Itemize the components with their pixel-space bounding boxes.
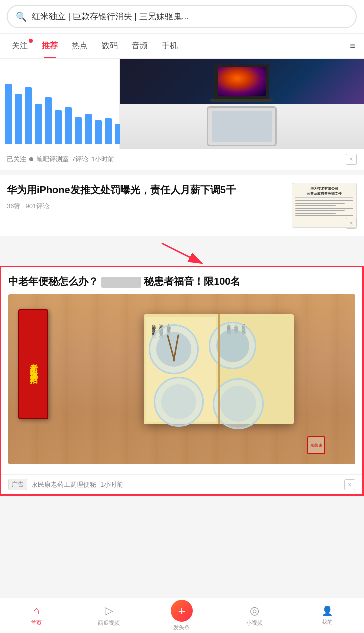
tab-shuma[interactable]: 数码 — [95, 34, 125, 58]
chopsticks-1 — [162, 337, 186, 362]
ad-close-button[interactable]: × — [344, 480, 356, 490]
bowl-3-inner — [162, 384, 196, 420]
book-spine — [218, 314, 220, 424]
bottom-nav-xigua[interactable]: ▷ 西瓜视频 — [73, 598, 146, 633]
bottom-nav-add[interactable]: + 发头条 — [146, 598, 218, 633]
bottom-nav-mine[interactable]: 👤 我的 — [291, 598, 364, 633]
article-close-button-1[interactable]: × — [346, 218, 357, 229]
book-container: 华为技术有限公司关于此 次发布内容经由专业人员 审核确认签署盖章 本草纲目便秘调… — [114, 314, 284, 434]
tab-shouji[interactable]: 手机 — [155, 34, 185, 58]
bowl-2-inner — [216, 330, 250, 362]
bottom-nav-home[interactable]: ⌂ 首页 — [0, 598, 73, 633]
banner-img-top — [120, 59, 364, 104]
ad-footer: 广告 永民康老药工调理便秘 1小时前 × — [2, 474, 362, 494]
ad-title-part2: 秘患者福音！限100名 — [144, 276, 240, 287]
xigua-icon: ▷ — [105, 604, 114, 618]
home-label: 首页 — [31, 620, 42, 627]
tab-tuijian[interactable]: 推荐 — [35, 34, 65, 58]
banner-meta-left: 已关注 笔吧评测室 7评论 1小时前 — [7, 155, 114, 164]
ad-card-content: 中老年便秘怎么办？ 秘患者福音！限100名 老药工便秘妙招 — [2, 268, 362, 474]
search-bar: 🔍 红米独立 | 巨款存银行消失 | 三兄妹驱鬼... — [0, 0, 364, 34]
svg-line-1 — [162, 244, 202, 264]
banner-images — [0, 59, 364, 149]
red-arrow-svg — [132, 241, 232, 266]
tablet-shape — [207, 106, 277, 146]
article-title-1: 华为用iPhone发推文处罚曝光，责任人月薪下调5千 — [7, 183, 286, 197]
banner-close-button[interactable]: × — [346, 154, 357, 165]
red-banner: 老药工便秘妙招 — [18, 310, 48, 420]
ad-tag-label: 广告 — [8, 479, 28, 490]
article-card-main: 华为用iPhone发推文处罚曝光，责任人月薪下调5千 36赞 901评论 — [7, 183, 286, 211]
bottom-nav-xiaovideo[interactable]: ◎ 小视频 — [218, 598, 292, 633]
mine-icon: 👤 — [322, 606, 333, 616]
chart-bar — [25, 88, 32, 144]
search-query-text: 红米独立 | 巨款存银行消失 | 三兄妹驱鬼... — [32, 11, 348, 22]
chopstick-1b — [173, 334, 180, 362]
ad-title-part1: 中老年便秘怎么办？ — [8, 276, 98, 287]
banner-comments: 7评论 — [72, 155, 88, 164]
banner-meta: 已关注 笔吧评测室 7评论 1小时前 × — [0, 149, 364, 170]
doc-line-3 — [296, 206, 336, 206]
laptop-screen — [218, 67, 266, 96]
bowl-1-inner — [156, 332, 192, 367]
banner-img-right — [120, 59, 364, 149]
tab-pinpin[interactable]: 音频 — [125, 34, 155, 58]
search-input-wrapper[interactable]: 🔍 红米独立 | 巨款存银行消失 | 三兄妹驱鬼... — [7, 5, 357, 28]
home-icon: ⌂ — [33, 604, 40, 618]
bowl-2 — [209, 322, 256, 370]
red-banner-text: 老药工便秘妙招 — [28, 358, 39, 372]
chart-bar — [15, 94, 22, 144]
xiaovideo-label: 小视频 — [246, 620, 263, 627]
chart-bar — [85, 114, 92, 144]
laptop-shape — [214, 64, 270, 99]
tab-guanzhu[interactable]: 关注 — [5, 34, 35, 58]
bowl-4 — [213, 378, 264, 430]
nav-tabs: 关注 推荐 热点 数码 音频 手机 ≡ — [0, 34, 364, 59]
ad-time: 1小时前 — [100, 480, 124, 490]
ad-title-blurred — [102, 277, 142, 288]
bottom-nav: ⌂ 首页 ▷ 西瓜视频 + 发头条 ◎ 小视频 👤 我的 — [0, 598, 364, 633]
banner-chart — [0, 59, 120, 149]
doc-header: 华为技术有限公司公共及政府事务部文件 — [296, 186, 354, 198]
ad-image: 老药工便秘妙招 华为技术有限公司关于此 次发布内容经由专业人员 审核确认签署盖章 — [8, 294, 356, 464]
ad-title: 中老年便秘怎么办？ 秘患者福音！限100名 — [8, 274, 356, 288]
xiaovideo-icon: ◎ — [250, 604, 260, 618]
tablet-screen — [212, 111, 272, 142]
chart-bar — [105, 118, 112, 144]
nav-menu-icon[interactable]: ≡ — [347, 40, 359, 52]
ad-card[interactable]: 中老年便秘怎么办？ 秘患者福音！限100名 老药工便秘妙招 — [0, 266, 364, 496]
article-comments: 901评论 — [26, 202, 50, 211]
banner-source: 笔吧评测室 — [36, 155, 69, 164]
ad-source: 永民康老药工调理便秘 — [32, 480, 96, 490]
chart-bar — [65, 108, 72, 144]
chart-bar — [55, 110, 62, 144]
banner-card: 已关注 笔吧评测室 7评论 1小时前 × — [0, 59, 364, 170]
chart-bar — [75, 118, 82, 144]
tab-redian[interactable]: 热点 — [65, 34, 95, 58]
subscribed-label: 已关注 — [7, 155, 26, 164]
chart-bar — [45, 98, 52, 144]
chart-bar — [5, 84, 12, 144]
doc-line-6 — [296, 213, 336, 214]
article-meta-1: 36赞 901评论 — [7, 202, 286, 211]
chart-bar — [95, 120, 102, 144]
banner-time: 1小时前 — [92, 155, 114, 164]
bowl-4-inner — [220, 386, 256, 422]
article-card-1[interactable]: 华为用iPhone发推文处罚曝光，责任人月薪下调5千 36赞 901评论 华为技… — [0, 175, 364, 236]
subscribed-dot — [30, 158, 34, 162]
banner-img-bottom — [120, 104, 364, 150]
bowl-3 — [154, 377, 204, 427]
xigua-label: 西瓜视频 — [98, 620, 120, 627]
red-seal: 永民康 — [308, 436, 326, 454]
doc-line-1 — [296, 200, 354, 202]
mine-label: 我的 — [322, 618, 333, 626]
article-likes: 36赞 — [7, 202, 20, 211]
doc-line-5 — [296, 210, 345, 212]
search-icon: 🔍 — [16, 12, 27, 22]
add-label: 发头条 — [174, 624, 190, 632]
chart-bar — [35, 104, 42, 144]
ad-footer-left: 广告 永民康老药工调理便秘 1小时前 — [8, 479, 124, 490]
guanzhu-dot — [29, 39, 33, 43]
bowl-1 — [149, 324, 199, 374]
doc-line-2 — [296, 203, 345, 204]
